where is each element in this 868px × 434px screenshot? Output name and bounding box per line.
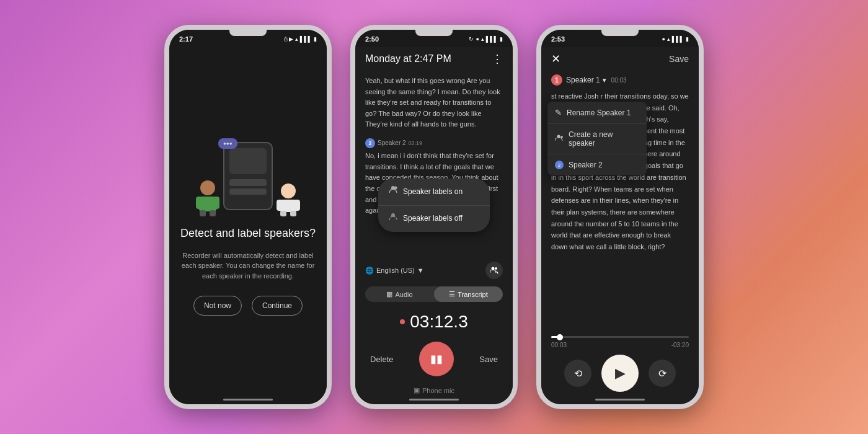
fast-forward-button[interactable]: ⟳	[649, 360, 676, 387]
status-time-1: 2:17	[179, 35, 193, 43]
speaker1-name-label: Speaker 1	[566, 76, 600, 84]
tab-transcript[interactable]: ☰ Transcript	[434, 286, 503, 302]
tab-audio[interactable]: ▩ Audio	[365, 286, 434, 302]
recording-header: Monday at 2:47 PM ⋮	[355, 47, 513, 71]
signal-icon: ▌▌▌	[300, 36, 312, 42]
status-icons-3: ● ▴ ▌▌▌ ▮	[662, 36, 689, 42]
language-label: English (US)	[376, 267, 415, 274]
svg-point-13	[394, 187, 397, 190]
labels-on-text: Speaker labels on	[403, 186, 463, 198]
bluetooth-icon: ⎙	[284, 36, 287, 42]
speaker-labels-popup: Speaker labels on Speaker labels off	[378, 179, 490, 232]
sync-icon: ↻	[469, 36, 474, 42]
svg-point-0	[200, 180, 215, 195]
progress-thumb	[557, 334, 563, 340]
pause-icon: ▮▮	[430, 352, 443, 366]
wifi-icon2: ▴	[481, 36, 484, 42]
wifi-icon: ▴	[295, 36, 298, 42]
recording-timer: 03:12.3	[355, 304, 513, 337]
more-options-icon[interactable]: ⋮	[492, 52, 503, 66]
phone1-title: Detect and label speakers?	[180, 226, 316, 241]
home-indicator-1	[223, 399, 273, 401]
home-indicator-2	[409, 399, 459, 401]
new-speaker-label: Create a new speaker	[569, 130, 639, 148]
status-icons-2: ↻ ● ▴ ▌▌▌ ▮	[469, 36, 503, 42]
svg-rect-11	[290, 211, 296, 216]
language-row: 🌐 English (US) ▼	[355, 257, 513, 284]
speaker1-row: 1 Speaker 1 ▼ 00:03 ✎ Rename Speaker 1 C…	[541, 71, 699, 86]
speaker1-name-button[interactable]: Speaker 1 ▼	[566, 76, 608, 84]
edit-icon: ✎	[555, 108, 562, 117]
save-button-phone3[interactable]: Save	[669, 54, 689, 64]
rename-speaker-item[interactable]: ✎ Rename Speaker 1	[547, 102, 647, 124]
phone2-main: Monday at 2:47 PM ⋮ Yeah, but what if th…	[355, 47, 513, 404]
language-flag-icon: 🌐	[365, 267, 374, 275]
phone-mic-row: ▣ Phone mic	[355, 386, 513, 404]
svg-rect-10	[280, 211, 286, 216]
close-button[interactable]: ✕	[551, 52, 560, 66]
person-left-icon	[195, 179, 221, 216]
new-speaker-item[interactable]: Create a new speaker	[547, 124, 647, 154]
svg-rect-8	[277, 200, 283, 211]
play-button[interactable]: ▶	[601, 355, 639, 392]
status-time-3: 2:53	[551, 35, 565, 43]
delete-button[interactable]: Delete	[370, 355, 394, 364]
status-time-2: 2:50	[365, 35, 379, 43]
labels-off-item[interactable]: Speaker labels off	[378, 206, 490, 232]
phone-2: 2:50 ↻ ● ▴ ▌▌▌ ▮ Monday at 2:47 PM ⋮ Yea…	[350, 25, 518, 409]
labels-on-item[interactable]: Speaker labels on	[378, 179, 490, 205]
speaker1-chevron-icon: ▼	[601, 77, 608, 84]
progress-track[interactable]	[551, 336, 689, 338]
location-icon: ▶	[289, 36, 293, 42]
phone-mic-label: Phone mic	[422, 387, 454, 394]
pause-button[interactable]: ▮▮	[419, 342, 454, 376]
signal-icon2: ▌▌▌	[486, 36, 498, 42]
svg-point-16	[495, 267, 497, 270]
playback-controls: ⟲ ▶ ⟳	[541, 350, 699, 404]
illus-phone	[223, 142, 273, 210]
speakers-icon-button[interactable]	[485, 262, 503, 279]
tab-transcript-label: Transcript	[458, 291, 488, 298]
rewind-button[interactable]: ⟲	[564, 360, 591, 387]
speaker-dropdown-popup: ✎ Rename Speaker 1 Create a new speaker …	[547, 102, 647, 175]
svg-rect-3	[213, 197, 219, 209]
phone-3: 2:53 ● ▴ ▌▌▌ ▮ ✕ Save 1 Speaker 1 ▼ 00:0…	[536, 25, 704, 409]
not-now-button[interactable]: Not now	[193, 296, 242, 316]
transcript-icon: ☰	[449, 290, 455, 298]
phone1-main: ●●● Detect and label speakers?	[169, 47, 327, 404]
current-time: 00:03	[551, 342, 567, 348]
speaker2-dropdown-item[interactable]: 2 Speaker 2	[547, 154, 647, 175]
speaker2-dropdown-label: Speaker 2	[569, 161, 603, 169]
continue-button[interactable]: Continue	[252, 296, 303, 316]
battery-icon: ▮	[314, 36, 317, 42]
recording-controls: Delete ▮▮ Save	[355, 337, 513, 386]
phone3-header: ✕ Save	[541, 47, 699, 71]
audio-icon: ▩	[386, 290, 392, 298]
progress-bar-container[interactable]	[541, 331, 699, 340]
fast-forward-icon: ⟳	[658, 368, 666, 379]
notch-2	[415, 30, 453, 36]
timer-value: 03:12.3	[410, 312, 467, 332]
svg-point-6	[281, 184, 296, 198]
speaker1-badge: 1	[551, 74, 562, 86]
chevron-down-icon: ▼	[417, 267, 424, 274]
svg-rect-9	[294, 200, 300, 211]
notch-1	[229, 30, 267, 36]
transcript-area: Yeah, but what if this goes wrong Are yo…	[355, 71, 513, 257]
svg-rect-5	[210, 210, 216, 216]
time-row: 00:03 -03:20	[541, 340, 699, 350]
speaker2-number: 2	[365, 138, 375, 148]
speaker2-name: Speaker 2	[378, 138, 406, 148]
speaker2-time: 02:19	[409, 139, 423, 148]
loc-icon2: ●	[476, 36, 479, 42]
labels-on-icon	[388, 185, 398, 198]
status-icons-1: ⎙ ▶ ▴ ▌▌▌ ▮	[284, 36, 317, 42]
person-right-icon	[275, 182, 301, 216]
home-indicator-3	[595, 399, 645, 401]
phone1-buttons: Not now Continue	[193, 296, 303, 316]
remaining-time: -03:20	[671, 342, 689, 348]
labels-off-icon	[388, 212, 398, 226]
language-pill[interactable]: 🌐 English (US) ▼	[365, 267, 424, 275]
wifi-icon3: ▴	[667, 36, 670, 42]
save-button-phone2[interactable]: Save	[479, 355, 498, 364]
